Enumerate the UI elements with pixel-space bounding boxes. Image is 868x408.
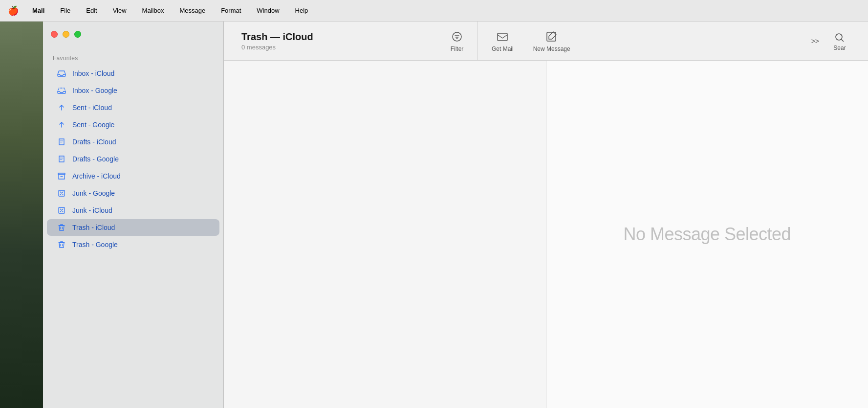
menu-mailbox[interactable]: Mailbox [140,6,166,15]
maximize-button[interactable] [74,31,81,38]
menu-edit[interactable]: Edit [84,6,99,15]
sidebar-item-inbox-google[interactable]: Inbox - Google [47,82,219,99]
no-message-text: No Message Selected [623,224,791,245]
menu-format[interactable]: Format [219,6,243,15]
main-area: Favorites Inbox - iCloud [0,22,868,408]
archive-icloud-icon [57,171,66,181]
menu-mail[interactable]: Mail [30,6,46,15]
sent-google-label: Sent - Google [72,121,114,129]
sent-icloud-label: Sent - iCloud [72,104,112,112]
sidebar-item-archive-icloud[interactable]: Archive - iCloud [47,168,219,184]
inbox-icloud-label: Inbox - iCloud [72,69,114,77]
toolbar-more-button[interactable]: >> [805,33,825,49]
detail-content: No Message Selected [546,61,868,408]
filter-label: Filter [451,45,464,52]
search-label: Sear [833,45,846,51]
message-list-empty [224,61,546,408]
trash-google-icon [57,240,66,249]
mailbox-title: Trash — iCloud [241,31,313,43]
junk-google-icon [57,188,66,198]
favorites-label: Favorites [43,51,223,65]
sidebar-content: Favorites Inbox - iCloud [43,47,223,408]
junk-icloud-icon [57,205,66,215]
inbox-icloud-icon [57,68,66,78]
menu-message[interactable]: Message [177,6,207,15]
sidebar-item-trash-icloud[interactable]: Trash - iCloud [47,219,219,236]
filter-button[interactable]: Filter [444,26,470,56]
new-message-button[interactable]: New Message [523,26,580,56]
toolbar: Trash — iCloud 0 messages Filter [224,22,868,61]
new-message-icon [545,30,559,44]
menu-window[interactable]: Window [255,6,281,15]
sidebar-item-sent-icloud[interactable]: Sent - iCloud [47,99,219,116]
sidebar: Favorites Inbox - iCloud [43,22,224,408]
trash-google-label: Trash - Google [72,241,118,249]
sidebar-item-junk-icloud[interactable]: Junk - iCloud [47,202,219,219]
more-chevron-icon: >> [811,37,819,45]
drafts-icloud-icon [57,137,66,147]
junk-google-label: Junk - Google [72,189,115,197]
get-mail-icon [496,30,509,44]
minimize-button[interactable] [63,31,69,38]
drafts-icloud-label: Drafts - iCloud [72,138,116,146]
menu-view[interactable]: View [111,6,129,15]
sidebar-item-drafts-icloud[interactable]: Drafts - iCloud [47,134,219,150]
menu-help[interactable]: Help [293,6,310,15]
filter-icon [450,30,464,44]
sidebar-item-drafts-google[interactable]: Drafts - Google [47,151,219,167]
inbox-google-icon [57,86,66,95]
svg-rect-0 [58,173,65,175]
svg-rect-4 [498,33,507,41]
get-mail-label: Get Mail [492,45,514,52]
trash-icloud-icon [57,223,66,232]
drafts-google-label: Drafts - Google [72,155,119,163]
detail-panel: No Message Selected [546,61,868,408]
new-message-label: New Message [533,45,570,52]
sidebar-item-inbox-icloud[interactable]: Inbox - iCloud [47,65,219,82]
drafts-google-icon [57,154,66,164]
menu-file[interactable]: File [58,6,72,15]
sidebar-item-trash-google[interactable]: Trash - Google [47,236,219,253]
sent-icloud-icon [57,103,66,113]
background-image [0,22,43,408]
search-button[interactable]: Sear [825,27,854,55]
sent-google-icon [57,120,66,130]
message-count: 0 messages [241,44,313,51]
apple-menu[interactable]: 🍎 [8,5,19,16]
menubar: 🍎 Mail File Edit View Mailbox Message Fo… [0,0,868,22]
sidebar-item-sent-google[interactable]: Sent - Google [47,116,219,133]
search-icon [833,31,846,45]
trash-icloud-label: Trash - iCloud [72,224,115,231]
svg-point-3 [453,32,461,41]
inbox-google-label: Inbox - Google [72,87,117,94]
get-mail-button[interactable]: Get Mail [482,26,523,56]
close-button[interactable] [51,31,58,38]
archive-icloud-label: Archive - iCloud [72,172,121,180]
junk-icloud-label: Junk - iCloud [72,206,112,214]
sidebar-header [43,22,223,47]
sidebar-item-junk-google[interactable]: Junk - Google [47,185,219,202]
